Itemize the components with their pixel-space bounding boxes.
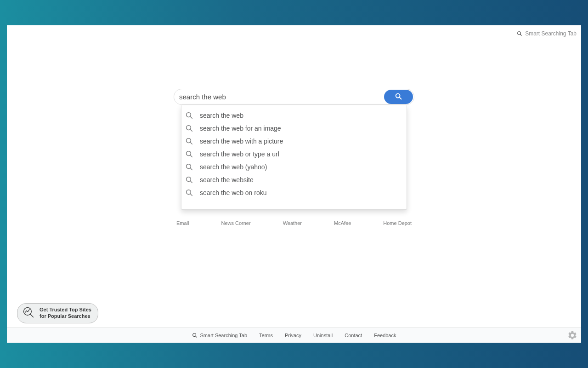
suggestion-item[interactable]: search the web for an image — [181, 122, 407, 135]
footer-brand[interactable]: Smart Searching Tab — [192, 333, 248, 338]
suggestion-item[interactable]: search the website — [181, 173, 407, 186]
quick-link[interactable]: Weather — [283, 220, 302, 226]
svg-point-14 — [187, 177, 191, 182]
svg-point-12 — [187, 164, 191, 169]
suggestion-item[interactable]: search the web — [181, 109, 407, 122]
footer-link-feedback[interactable]: Feedback — [374, 333, 396, 338]
svg-point-10 — [187, 151, 191, 156]
top-bar: Smart Searching Tab — [7, 25, 581, 38]
svg-line-9 — [190, 142, 192, 144]
footer-link-privacy[interactable]: Privacy — [285, 333, 301, 338]
footer-link-terms[interactable]: Terms — [259, 333, 273, 338]
search-container: search the web search the web for an ima… — [174, 89, 414, 105]
svg-line-5 — [190, 116, 192, 119]
suggestion-text: search the web — [200, 112, 243, 119]
suggestion-item[interactable]: search the web with a picture — [181, 135, 407, 148]
chart-magnifier-icon — [22, 306, 35, 321]
suggestion-text: search the web with a picture — [200, 138, 283, 145]
suggestion-text: search the web (yahoo) — [200, 163, 267, 171]
svg-line-1 — [520, 34, 522, 36]
footer: Smart Searching Tab Terms Privacy Uninst… — [7, 328, 581, 343]
svg-line-15 — [190, 181, 192, 183]
promo-bubble[interactable]: Get Trusted Top Sites for Popular Search… — [17, 303, 98, 323]
svg-point-6 — [187, 126, 191, 130]
promo-line2: for Popular Searches — [40, 313, 91, 320]
suggestion-item[interactable]: search the web or type a url — [181, 148, 407, 161]
magnifier-icon — [192, 333, 198, 338]
footer-link-contact[interactable]: Contact — [345, 333, 362, 338]
suggestion-text: search the web on roku — [200, 189, 267, 196]
quick-links-row: Email News Corner Weather McAfee Home De… — [176, 220, 412, 226]
page: Smart Searching Tab search the web — [7, 25, 581, 343]
search-bar — [174, 89, 414, 105]
suggestion-item[interactable]: search the web (yahoo) — [181, 161, 407, 173]
suggestion-text: search the web for an image — [200, 125, 281, 132]
magnifier-icon — [395, 92, 402, 102]
suggestion-text: search the website — [200, 176, 254, 184]
promo-line1: Get Trusted Top Sites — [40, 307, 91, 313]
suggestion-text: search the web or type a url — [200, 150, 279, 158]
gear-icon — [567, 330, 577, 340]
quick-link[interactable]: Home Depot — [383, 220, 412, 226]
magnifier-icon — [185, 150, 193, 158]
magnifier-icon — [185, 111, 193, 120]
search-input[interactable] — [179, 93, 384, 101]
magnifier-icon — [185, 137, 193, 145]
quick-link[interactable]: Email — [176, 220, 189, 226]
svg-line-19 — [30, 314, 33, 317]
svg-line-21 — [195, 336, 197, 338]
footer-brand-label: Smart Searching Tab — [200, 333, 248, 338]
svg-line-3 — [399, 97, 401, 99]
svg-line-17 — [190, 194, 192, 196]
settings-button[interactable] — [567, 330, 577, 340]
svg-point-4 — [187, 113, 191, 117]
quick-link[interactable]: News Corner — [221, 220, 250, 226]
suggestion-item[interactable]: search the web on roku — [181, 186, 407, 199]
svg-point-16 — [187, 190, 191, 195]
magnifier-icon — [185, 189, 193, 197]
svg-point-8 — [187, 138, 191, 143]
brand-label[interactable]: Smart Searching Tab — [525, 30, 577, 37]
svg-line-13 — [190, 168, 192, 170]
magnifier-icon — [517, 31, 522, 36]
suggestions-dropdown: search the web search the web for an ima… — [181, 105, 407, 210]
search-button[interactable] — [384, 90, 413, 104]
svg-line-11 — [190, 155, 192, 157]
content-area: search the web search the web for an ima… — [7, 38, 581, 328]
svg-line-7 — [190, 129, 192, 132]
magnifier-icon — [185, 176, 193, 184]
magnifier-icon — [185, 163, 193, 171]
quick-link[interactable]: McAfee — [334, 220, 351, 226]
magnifier-icon — [185, 124, 193, 132]
svg-point-20 — [192, 334, 196, 337]
svg-point-0 — [518, 32, 521, 35]
footer-link-uninstall[interactable]: Uninstall — [313, 333, 333, 338]
promo-text: Get Trusted Top Sites for Popular Search… — [40, 307, 91, 320]
